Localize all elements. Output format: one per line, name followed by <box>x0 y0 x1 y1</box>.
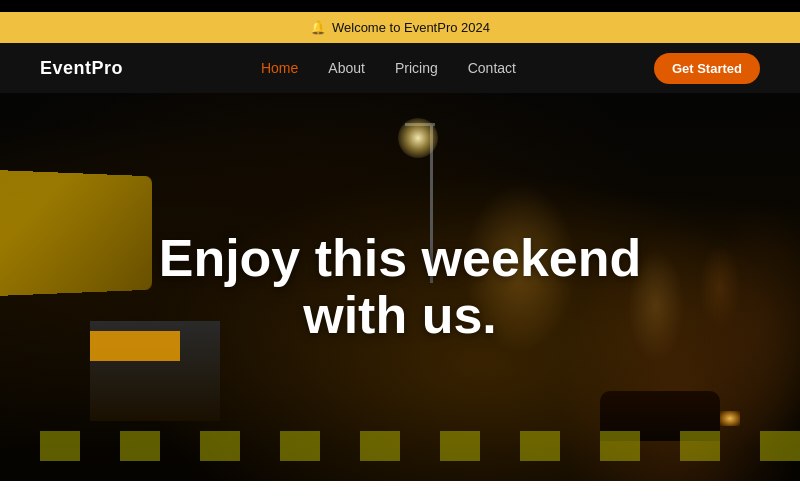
nav-link-home[interactable]: Home <box>261 60 298 76</box>
hero-content: Enjoy this weekend with us. <box>159 230 642 344</box>
hero-title-line2: with us. <box>303 286 497 344</box>
nav-link-about[interactable]: About <box>328 60 365 76</box>
announcement-bar: 🔔 Welcome to EventPro 2024 <box>0 12 800 43</box>
get-started-button[interactable]: Get Started <box>654 53 760 84</box>
nav-item-home[interactable]: Home <box>261 59 298 77</box>
nav-item-about[interactable]: About <box>328 59 365 77</box>
hero-title: Enjoy this weekend with us. <box>159 230 642 344</box>
car-headlight-decoration <box>720 411 740 426</box>
nav-logo: EventPro <box>40 58 123 79</box>
nav-link-pricing[interactable]: Pricing <box>395 60 438 76</box>
top-black-bar <box>0 0 800 12</box>
road-marking-decoration <box>0 431 800 461</box>
nav-item-pricing[interactable]: Pricing <box>395 59 438 77</box>
street-light-glow <box>398 118 438 158</box>
hero-section: Enjoy this weekend with us. <box>0 93 800 481</box>
nav-links: Home About Pricing Contact <box>261 59 516 77</box>
bus-decoration <box>0 169 152 296</box>
announcement-text: Welcome to EventPro 2024 <box>332 20 490 35</box>
announcement-icon: 🔔 <box>310 20 326 35</box>
hero-title-line1: Enjoy this weekend <box>159 229 642 287</box>
nav-link-contact[interactable]: Contact <box>468 60 516 76</box>
nav-item-contact[interactable]: Contact <box>468 59 516 77</box>
navbar: EventPro Home About Pricing Contact Get … <box>0 43 800 93</box>
